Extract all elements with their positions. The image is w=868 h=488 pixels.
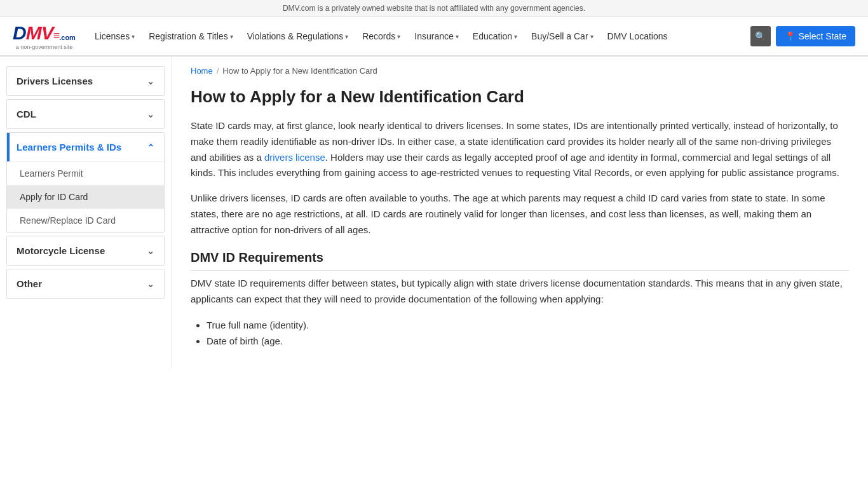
- location-icon: 📍: [785, 31, 796, 41]
- sidebar-subitem-renew-id-label: Renew/Replace ID Card: [20, 215, 116, 226]
- main-container: Drivers Licenses ⌄ CDL ⌄ Learners Permit…: [0, 57, 868, 369]
- nav-violations-label: Violations & Regulations: [247, 31, 344, 41]
- sidebar-subitem-apply-id-label: Apply for ID Card: [20, 192, 88, 202]
- select-state-button[interactable]: 📍 Select State: [776, 26, 856, 46]
- nav-insurance-arrow: ▾: [456, 33, 459, 40]
- chevron-down-icon-other: ⌄: [147, 279, 154, 289]
- logo-container[interactable]: DMV≡ .com a non-government site: [13, 22, 76, 50]
- notice-bar: DMV.com is a privately owned website tha…: [0, 0, 868, 17]
- chevron-up-icon-learners: ⌄: [147, 142, 154, 152]
- nav-records[interactable]: Records ▾: [356, 26, 407, 46]
- list-item-1: True full name (identity).: [207, 317, 849, 334]
- main-content: Home / How to Apply for a New Identifica…: [172, 57, 868, 369]
- nav-licenses-arrow: ▾: [132, 33, 135, 40]
- breadcrumb-home[interactable]: Home: [191, 66, 213, 76]
- select-state-label: Select State: [799, 31, 847, 41]
- breadcrumb-current: How to Apply for a New Identification Ca…: [222, 66, 377, 76]
- sidebar-submenu-learners: Learners Permit Apply for ID Card Renew/…: [7, 161, 164, 232]
- list-item-2: Date of birth (age.: [207, 333, 849, 349]
- breadcrumb: Home / How to Apply for a New Identifica…: [191, 66, 849, 76]
- nav-licenses[interactable]: Licenses ▾: [88, 26, 141, 46]
- search-icon: 🔍: [755, 31, 766, 41]
- sidebar-subitem-learners-permit-label: Learners Permit: [20, 168, 83, 179]
- search-button[interactable]: 🔍: [750, 26, 771, 46]
- article-paragraph-2: Unlike drivers licenses, ID cards are of…: [191, 191, 849, 238]
- sidebar-item-drivers-licenses: Drivers Licenses ⌄: [6, 66, 165, 96]
- sidebar-item-motorcycle-header[interactable]: Motorcycle License ⌄: [7, 236, 164, 265]
- nav-dmvlocations[interactable]: DMV Locations: [601, 26, 674, 46]
- chevron-down-icon-motorcycle: ⌄: [147, 246, 154, 256]
- sidebar-item-cdl-label: CDL: [17, 109, 36, 119]
- sidebar-item-learners-label: Learners Permits & IDs: [17, 142, 121, 152]
- article-title: How to Apply for a New Identification Ca…: [191, 87, 849, 107]
- nav-insurance-label: Insurance: [414, 31, 453, 41]
- nav-education-arrow: ▾: [514, 33, 517, 40]
- nav-education-label: Education: [473, 31, 512, 41]
- nav-buysell-arrow: ▾: [590, 33, 593, 40]
- chevron-down-icon-cdl: ⌄: [147, 109, 154, 119]
- logo: DMV≡ .com: [13, 22, 76, 44]
- sidebar-item-other-header[interactable]: Other ⌄: [7, 269, 164, 298]
- nav-records-arrow: ▾: [397, 33, 400, 40]
- chevron-down-icon: ⌄: [147, 76, 154, 86]
- nav-education[interactable]: Education ▾: [466, 26, 524, 46]
- sidebar-item-learners-header[interactable]: Learners Permits & IDs ⌄: [7, 133, 164, 161]
- sidebar-item-other-label: Other: [17, 278, 42, 289]
- sidebar-subitem-apply-id[interactable]: Apply for ID Card: [7, 186, 164, 209]
- nav-insurance[interactable]: Insurance ▾: [408, 26, 465, 46]
- notice-text: DMV.com is a privately owned website tha…: [283, 4, 585, 13]
- breadcrumb-separator: /: [217, 66, 219, 76]
- sidebar-item-motorcycle: Motorcycle License ⌄: [6, 236, 165, 266]
- nav-records-label: Records: [362, 31, 395, 41]
- sidebar-subitem-learners-permit[interactable]: Learners Permit: [7, 162, 164, 186]
- nav-registration-arrow: ▾: [230, 33, 233, 40]
- logo-dotcom: .com: [59, 34, 76, 41]
- drivers-license-link[interactable]: drivers license: [264, 152, 325, 163]
- logo-text: DMV≡: [13, 22, 59, 44]
- sidebar-item-other: Other ⌄: [6, 269, 165, 299]
- nav-violations[interactable]: Violations & Regulations ▾: [241, 26, 355, 46]
- requirements-list: True full name (identity). Date of birth…: [207, 317, 849, 349]
- logo-tagline: a non-government site: [16, 44, 73, 50]
- nav-licenses-label: Licenses: [95, 31, 130, 41]
- nav-dmvlocations-label: DMV Locations: [607, 31, 668, 41]
- nav-violations-arrow: ▾: [345, 33, 348, 40]
- sidebar-item-motorcycle-label: Motorcycle License: [17, 245, 105, 256]
- header-right: 🔍 📍 Select State: [750, 26, 856, 46]
- nav-buysell[interactable]: Buy/Sell a Car ▾: [525, 26, 599, 46]
- nav-registration[interactable]: Registration & Titles ▾: [142, 26, 240, 46]
- header: DMV≡ .com a non-government site Licenses…: [0, 17, 868, 57]
- article-paragraph-1: State ID cards may, at first glance, loo…: [191, 118, 849, 181]
- main-nav: Licenses ▾ Registration & Titles ▾ Viola…: [88, 26, 750, 46]
- article-section-title-requirements: DMV ID Requirements: [191, 250, 849, 271]
- sidebar-item-learners: Learners Permits & IDs ⌄ Learners Permit…: [6, 132, 165, 233]
- sidebar-item-drivers-licenses-header[interactable]: Drivers Licenses ⌄: [7, 67, 164, 95]
- nav-buysell-label: Buy/Sell a Car: [531, 31, 588, 41]
- sidebar: Drivers Licenses ⌄ CDL ⌄ Learners Permit…: [0, 57, 172, 369]
- nav-registration-label: Registration & Titles: [149, 31, 228, 41]
- sidebar-subitem-renew-id[interactable]: Renew/Replace ID Card: [7, 209, 164, 232]
- article-section-paragraph: DMV state ID requirements differ between…: [191, 276, 849, 308]
- sidebar-item-cdl: CDL ⌄: [6, 99, 165, 129]
- sidebar-item-cdl-header[interactable]: CDL ⌄: [7, 100, 164, 128]
- sidebar-item-drivers-licenses-label: Drivers Licenses: [17, 76, 93, 86]
- article: How to Apply for a New Identification Ca…: [191, 87, 849, 349]
